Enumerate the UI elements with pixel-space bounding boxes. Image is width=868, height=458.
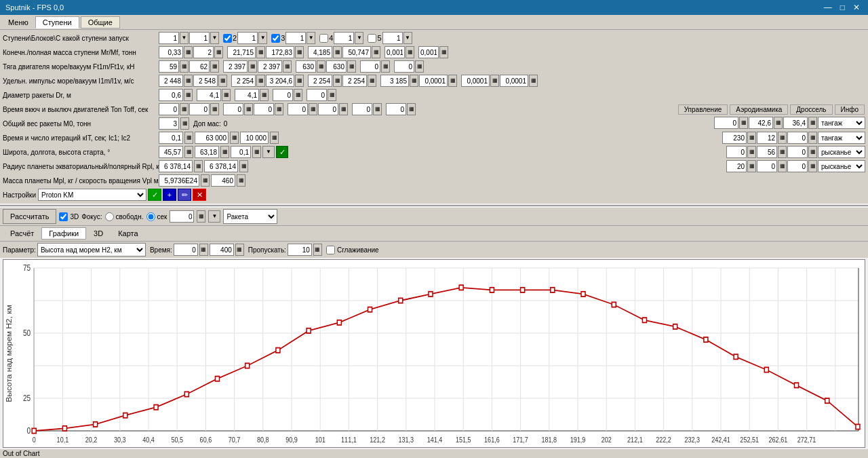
isp4b-spin[interactable]: ▦ [448,75,457,87]
stage4-blocks[interactable] [334,32,354,44]
isp3b[interactable] [342,75,367,87]
mrmf2b-spin[interactable]: ▦ [295,46,304,58]
vel-pl-spin[interactable]: ▦ [237,174,245,187]
thrust5a[interactable] [394,60,414,73]
iter1-input[interactable] [195,132,229,144]
vel-pl-input[interactable] [211,174,235,187]
thrust5a-spin[interactable]: ▦ [415,60,424,73]
rp2c[interactable] [787,132,808,144]
dia2-spin[interactable]: ▦ [222,89,231,101]
rp1-dropdown[interactable]: тангажрысканье [818,117,865,129]
thrust2a[interactable] [223,60,248,73]
isp4a[interactable] [380,75,409,87]
radius-eq-input[interactable] [159,160,193,172]
dia5-spin[interactable]: ▦ [328,89,336,101]
time-to-spin[interactable]: ▦ [235,244,244,256]
tab-raschet[interactable]: Расчёт [3,227,41,240]
rp4c-spin[interactable]: ▦ [808,160,817,172]
lon-spin[interactable]: ▦ [220,146,229,158]
rp3a[interactable] [726,146,747,158]
isp5b-spin[interactable]: ▦ [529,75,538,87]
rp3b[interactable] [757,146,777,158]
lat-spin[interactable]: ▦ [184,146,193,158]
rocket-select[interactable]: Ракета [223,209,277,224]
tab-info[interactable]: Инфо [835,104,865,115]
dia1-input[interactable] [159,89,183,101]
ton2b-spin[interactable]: ▦ [275,103,283,115]
rp3c-spin[interactable]: ▦ [808,146,817,158]
dia4-input[interactable] [273,89,293,101]
stage5-blocks[interactable] [382,32,403,44]
total-mass-spin[interactable]: ▦ [180,117,189,130]
ton3b[interactable] [318,103,338,115]
dia4-spin[interactable]: ▦ [294,89,302,101]
smooth-check[interactable] [326,246,335,254]
isp3b-spin[interactable]: ▦ [368,75,376,87]
rp3a-spin[interactable]: ▦ [747,146,756,158]
stage2-check[interactable] [223,34,232,43]
rp1c[interactable] [783,117,808,129]
mrmf2a[interactable] [227,46,256,58]
isp1a-spin[interactable]: ▦ [184,75,193,87]
rp4b[interactable] [757,160,777,172]
isp2a[interactable] [231,75,256,87]
lat-confirm[interactable]: ✓ [276,146,288,158]
stage2-blocks-spin[interactable]: ▼ [258,32,267,44]
lon-input[interactable] [195,146,219,158]
maximize-button[interactable]: □ [837,3,848,12]
settings-del[interactable]: ✕ [193,189,206,201]
isp3a[interactable] [308,75,332,87]
ton3a[interactable] [288,103,308,115]
stage5-blocks-spin[interactable]: ▼ [403,32,412,44]
thrust2b[interactable] [258,60,282,73]
mrmf1-spin[interactable]: ▦ [184,46,193,58]
stage5-check[interactable] [368,34,376,43]
thrust3a[interactable] [296,60,316,73]
tab-obshie[interactable]: Общие [81,16,120,28]
ton4a[interactable] [352,103,372,115]
radio-svobodn-input[interactable] [105,212,114,221]
minimize-button[interactable]: — [821,3,835,12]
param-select[interactable]: Высота над морем H2, км [37,243,146,256]
mrmf1-input[interactable] [159,46,183,58]
radius-pol-spin[interactable]: ▦ [239,160,248,172]
rp3b-spin[interactable]: ▦ [778,146,787,158]
stage1-from[interactable] [189,32,210,44]
lat-input[interactable] [159,146,183,158]
thrust2b-spin[interactable]: ▦ [283,60,292,73]
mrmf3b-spin[interactable]: ▦ [372,46,380,58]
rp1c-spin[interactable]: ▦ [808,117,817,129]
close-button[interactable]: ✕ [850,3,863,12]
dia3-input[interactable] [235,89,259,101]
rp2a[interactable] [722,132,747,144]
rp3-dropdown[interactable]: рысканьетангаж [818,146,865,158]
stage1-from-spin[interactable]: ▼ [210,32,219,44]
rp4a-spin[interactable]: ▦ [747,160,756,172]
stage3-blocks[interactable] [285,32,306,44]
tab-karta[interactable]: Карта [111,227,145,240]
menu-menu[interactable]: Меню [3,17,34,28]
checkbox-3d-label[interactable]: 3D [59,212,79,221]
isp2a-spin[interactable]: ▦ [256,75,265,87]
thrust1a-spin[interactable]: ▦ [180,60,189,73]
isp4b[interactable] [419,75,448,87]
thrust1b-spin[interactable]: ▦ [210,60,219,73]
rp1b-spin[interactable]: ▦ [774,117,783,129]
radio-sek-input[interactable] [146,212,155,221]
thrust4a[interactable] [360,60,380,73]
ton5a[interactable] [386,103,406,115]
checkbox-3d[interactable] [59,212,68,221]
isp1b[interactable] [193,75,218,87]
stage3-blocks-spin[interactable]: ▼ [307,32,315,44]
rp3c[interactable] [787,146,808,158]
focus-time-input[interactable] [170,210,194,223]
rp2a-spin[interactable]: ▦ [747,132,756,144]
rp2b-spin[interactable]: ▦ [778,132,787,144]
thrust3b-spin[interactable]: ▦ [347,60,356,73]
isp5a[interactable] [461,75,490,87]
mrmf3a-spin[interactable]: ▦ [333,46,342,58]
time-from-spin[interactable]: ▦ [199,244,208,256]
stage2-blocks[interactable] [237,32,258,44]
ton2b[interactable] [254,103,274,115]
iter1-spin[interactable]: ▦ [230,132,239,144]
